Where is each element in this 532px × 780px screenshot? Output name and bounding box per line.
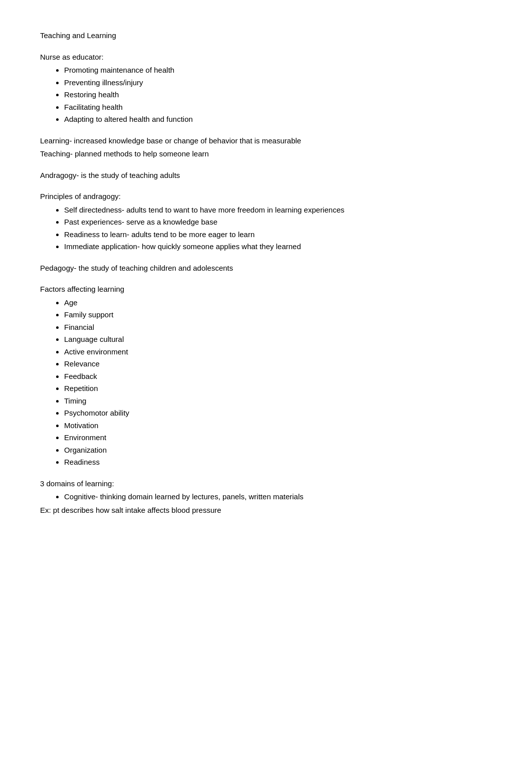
list-item: Facilitating health bbox=[64, 102, 492, 113]
pedagogy-definition: Pedagogy- the study of teaching children… bbox=[40, 263, 492, 274]
factors-heading: Factors affecting learning bbox=[40, 284, 492, 295]
list-item: Readiness to learn- adults tend to be mo… bbox=[64, 229, 492, 241]
domains-list: Cognitive- thinking domain learned by le… bbox=[40, 491, 492, 503]
definitions-section: Learning- increased knowledge base or ch… bbox=[40, 135, 492, 160]
list-item: Psychomotor ability bbox=[64, 408, 492, 419]
list-item: Restoring health bbox=[64, 89, 492, 101]
domains-example: Ex: pt describes how salt intake affects… bbox=[40, 505, 492, 516]
nurse-educator-heading: Nurse as educator: bbox=[40, 52, 492, 63]
andragogy-principles-heading: Principles of andragogy: bbox=[40, 191, 492, 203]
list-item: Relevance bbox=[64, 358, 492, 370]
andragogy-principles-list: Self directedness- adults tend to want t… bbox=[40, 205, 492, 253]
list-item: Readiness bbox=[64, 457, 492, 468]
factors-list: Age Family support Financial Language cu… bbox=[40, 297, 492, 468]
list-item: Preventing illness/injury bbox=[64, 77, 492, 89]
list-item: Promoting maintenance of health bbox=[64, 65, 492, 76]
nurse-educator-section: Nurse as educator: Promoting maintenance… bbox=[40, 52, 492, 125]
list-item: Environment bbox=[64, 432, 492, 444]
learning-definition: Learning- increased knowledge base or ch… bbox=[40, 135, 492, 147]
page-title: Teaching and Learning bbox=[40, 30, 492, 42]
pedagogy-section: Pedagogy- the study of teaching children… bbox=[40, 263, 492, 274]
list-item: Active environment bbox=[64, 346, 492, 358]
list-item: Feedback bbox=[64, 371, 492, 382]
andragogy-principles-section: Principles of andragogy: Self directedne… bbox=[40, 191, 492, 253]
list-item: Organization bbox=[64, 445, 492, 456]
factors-section: Factors affecting learning Age Family su… bbox=[40, 284, 492, 468]
list-item: Motivation bbox=[64, 420, 492, 432]
list-item: Past experiences- serve as a knowledge b… bbox=[64, 217, 492, 228]
list-item: Immediate application- how quickly someo… bbox=[64, 241, 492, 253]
andragogy-definition: Andragogy- is the study of teaching adul… bbox=[40, 170, 492, 181]
page-container: Teaching and Learning Nurse as educator:… bbox=[40, 30, 492, 516]
andragogy-def-section: Andragogy- is the study of teaching adul… bbox=[40, 170, 492, 181]
list-item: Family support bbox=[64, 309, 492, 321]
list-item: Language cultural bbox=[64, 334, 492, 345]
list-item: Adapting to altered health and function bbox=[64, 114, 492, 125]
list-item: Self directedness- adults tend to want t… bbox=[64, 205, 492, 216]
list-item: Age bbox=[64, 297, 492, 309]
list-item: Financial bbox=[64, 322, 492, 333]
nurse-educator-list: Promoting maintenance of health Preventi… bbox=[40, 65, 492, 125]
list-item: Timing bbox=[64, 396, 492, 407]
list-item: Cognitive- thinking domain learned by le… bbox=[64, 491, 492, 503]
domains-heading: 3 domains of learning: bbox=[40, 478, 492, 490]
domains-section: 3 domains of learning: Cognitive- thinki… bbox=[40, 478, 492, 516]
page-title-block: Teaching and Learning bbox=[40, 30, 492, 42]
list-item: Repetition bbox=[64, 383, 492, 395]
teaching-definition: Teaching- planned methods to help someon… bbox=[40, 148, 492, 160]
